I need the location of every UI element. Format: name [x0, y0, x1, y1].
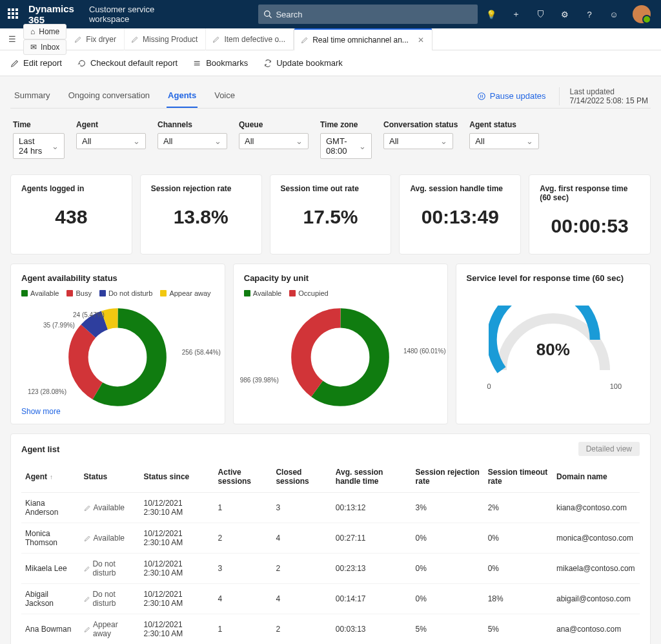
- col-active-sessions[interactable]: Active sessions: [214, 461, 272, 493]
- global-header: Dynamics 365 Customer service workspace …: [0, 0, 661, 28]
- cell-since: 10/12/2021 2:30:10 AM: [140, 584, 214, 614]
- filter-icon[interactable]: ⛉: [534, 8, 546, 20]
- filter-agent: AgentAll⌄: [76, 120, 146, 159]
- gauge-min: 0: [487, 382, 491, 390]
- filter-time-zone: Time zoneGMT-08:00⌄: [320, 120, 372, 159]
- filter-select[interactable]: Last 24 hrs⌄: [13, 133, 65, 159]
- lightbulb-icon[interactable]: 💡: [485, 8, 497, 20]
- global-search[interactable]: [258, 5, 478, 24]
- filter-value: GMT-08:00: [326, 136, 351, 156]
- cell-active: 2: [214, 523, 272, 554]
- kpi-title: Session time out rate: [281, 184, 381, 193]
- pause-icon: [477, 92, 486, 101]
- kpi-card: Avg. first response time (60 sec)00:00:5…: [529, 174, 651, 254]
- filter-channels: ChannelsAll⌄: [158, 120, 227, 159]
- case-icon: [212, 36, 220, 43]
- session-tab[interactable]: Fix dryer: [68, 28, 125, 50]
- pill-tab-inbox[interactable]: ✉Inbox: [23, 39, 66, 55]
- col-status-since[interactable]: Status since: [140, 461, 214, 493]
- filter-select[interactable]: All⌄: [469, 133, 539, 149]
- donut-chart: [289, 306, 392, 409]
- filter-label: Conversation status: [383, 120, 458, 129]
- cell-closed: 2: [272, 614, 331, 645]
- col-agent[interactable]: Agent↑: [21, 461, 80, 493]
- chart-legend: AvailableBusyDo not disturbAppear away: [21, 289, 214, 297]
- session-tab[interactable]: Missing Product: [125, 28, 206, 50]
- cell-rej: 5%: [412, 614, 484, 645]
- filter-select[interactable]: GMT-08:00⌄: [320, 133, 372, 159]
- pill-label: Home: [39, 27, 59, 36]
- col-session-rejection-rate[interactable]: Session rejection rate: [412, 461, 484, 493]
- cell-since: 10/12/2021 2:30:10 AM: [140, 523, 214, 554]
- chart-title: Agent availability status: [21, 273, 214, 283]
- svg-point-9: [79, 318, 157, 396]
- chevron-down-icon: ⌄: [526, 136, 533, 146]
- hamburger-icon[interactable]: ☰: [3, 34, 22, 44]
- case-icon: [131, 36, 139, 43]
- cell-active: 1: [214, 614, 272, 645]
- gear-icon[interactable]: ⚙: [559, 8, 571, 20]
- kpi-value: 13.8%: [151, 206, 251, 228]
- col-status[interactable]: Status: [80, 461, 140, 493]
- cell-avg: 00:27:11: [332, 523, 412, 554]
- filter-value: All: [475, 136, 484, 146]
- show-more-link[interactable]: Show more: [21, 407, 61, 416]
- face-icon[interactable]: ☺: [608, 8, 620, 20]
- chevron-down-icon: ⌄: [52, 141, 59, 151]
- home-icon: ⌂: [30, 27, 35, 36]
- tab-agents[interactable]: Agents: [167, 84, 198, 108]
- update-bookmark-label: Update bookmark: [276, 58, 343, 68]
- user-avatar[interactable]: [633, 5, 651, 23]
- app-launcher-icon[interactable]: [8, 8, 18, 20]
- close-icon[interactable]: ✕: [418, 36, 424, 45]
- table-row[interactable]: Kiana AndersonAvailable10/12/2021 2:30:1…: [21, 493, 640, 523]
- pencil-icon: [84, 626, 90, 633]
- legend-label: Available: [30, 289, 59, 297]
- cell-avg: 00:03:13: [332, 614, 412, 645]
- tab-ongoing-conversation[interactable]: Ongoing conversation: [67, 84, 151, 108]
- legend-swatch: [99, 290, 106, 296]
- session-tab[interactable]: Real time omnichannel an...✕: [294, 28, 432, 50]
- charts-row: Agent availability status AvailableBusyD…: [10, 264, 651, 424]
- col-avg-session-handle-time[interactable]: Avg. session handle time: [332, 461, 412, 493]
- filter-select[interactable]: All⌄: [158, 133, 227, 149]
- search-icon: [263, 10, 272, 19]
- table-row[interactable]: Abigail JacksonDo not disturb10/12/2021 …: [21, 584, 640, 614]
- kpi-card: Session time out rate17.5%: [270, 174, 392, 254]
- edit-report-button[interactable]: Edit report: [10, 58, 62, 68]
- table-row[interactable]: Mikaela LeeDo not disturb10/12/2021 2:30…: [21, 554, 640, 584]
- table-row[interactable]: Monica ThomsonAvailable10/12/2021 2:30:1…: [21, 523, 640, 554]
- pencil-icon: [84, 535, 91, 542]
- chart-title: Service level for response time (60 sec): [467, 273, 640, 283]
- cell-status: Available: [80, 493, 140, 523]
- update-bookmark-button[interactable]: Update bookmark: [263, 58, 343, 68]
- bookmarks-button[interactable]: Bookmarks: [193, 58, 248, 68]
- col-closed-sessions[interactable]: Closed sessions: [272, 461, 331, 493]
- filter-label: Time: [13, 120, 65, 129]
- slice-label: 35 (7.99%): [43, 322, 75, 329]
- chevron-down-icon: ⌄: [214, 136, 221, 146]
- filter-select[interactable]: All⌄: [76, 133, 146, 149]
- filter-select[interactable]: All⌄: [239, 133, 309, 149]
- session-tab-label: Missing Product: [143, 35, 198, 44]
- filter-select[interactable]: All⌄: [383, 133, 453, 149]
- kpi-value: 00:00:53: [540, 215, 640, 237]
- session-tab-strip: ☰ ⌂Home✉Inbox Fix dryerMissing ProductIt…: [0, 28, 661, 50]
- session-tab[interactable]: Item defective o...: [206, 28, 294, 50]
- help-icon[interactable]: ?: [584, 8, 595, 20]
- search-input[interactable]: [272, 10, 473, 19]
- checkout-report-button[interactable]: Checkout default report: [77, 58, 178, 68]
- tab-voice[interactable]: Voice: [213, 84, 236, 108]
- col-session-timeout-rate[interactable]: Session timeout rate: [484, 461, 553, 493]
- tab-summary[interactable]: Summary: [13, 84, 52, 108]
- filter-label: Channels: [158, 120, 227, 129]
- plus-icon[interactable]: ＋: [510, 8, 522, 20]
- pill-tab-home[interactable]: ⌂Home: [23, 24, 66, 39]
- col-domain-name[interactable]: Domain name: [553, 461, 640, 493]
- legend-item: Available: [21, 289, 59, 297]
- cell-closed: 3: [272, 493, 331, 523]
- detailed-view-button[interactable]: Detailed view: [578, 442, 640, 456]
- slice-label: 123 (28.08%): [28, 388, 66, 395]
- table-row[interactable]: Ana BowmanAppear away10/12/2021 2:30:10 …: [21, 614, 640, 645]
- pause-updates-button[interactable]: Pause updates: [477, 91, 546, 101]
